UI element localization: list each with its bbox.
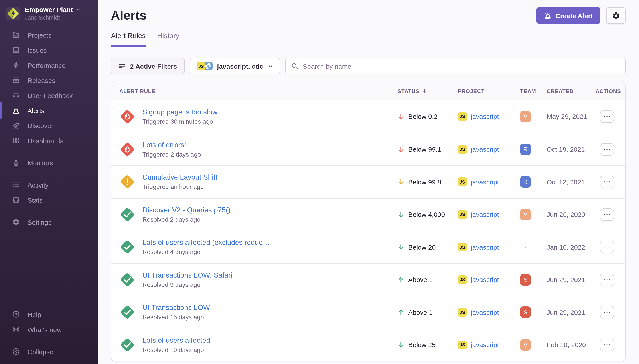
sidebar-item-label: Releases <box>28 76 55 84</box>
created-date: Jun 26, 2020 <box>547 211 595 218</box>
status-cell: Above 1 <box>398 276 458 284</box>
search-input[interactable] <box>285 58 626 74</box>
row-actions-button[interactable] <box>600 176 614 188</box>
project-link[interactable]: javascript <box>471 276 499 284</box>
status-cell: Below 99.1 <box>398 146 458 153</box>
alert-rule-link[interactable]: Lots of users affected <box>142 336 210 344</box>
alert-level-icon <box>119 272 135 288</box>
project-link[interactable]: javascript <box>471 113 499 120</box>
alert-level-icon <box>119 142 135 158</box>
sidebar-item-activity[interactable]: Activity <box>0 177 98 192</box>
tabs-divider <box>98 46 639 47</box>
column-header-alert-rule[interactable]: Alert Rule <box>111 88 398 94</box>
empower-plant-logo-icon <box>6 6 20 20</box>
arrow-down-icon <box>398 113 404 120</box>
alert-rule-link[interactable]: UI Transactions LOW <box>142 304 210 312</box>
project-link[interactable]: javascript <box>471 211 499 218</box>
javascript-platform-icon: JS <box>458 210 467 219</box>
team-avatar: S <box>520 306 531 318</box>
project-link[interactable]: javascript <box>471 341 499 349</box>
sidebar-item-projects[interactable]: Projects <box>0 28 98 42</box>
table-header: Alert Rule Status Project Team Created A… <box>111 82 625 100</box>
org-switcher[interactable]: Empower Plant Jane Schmidt <box>0 0 98 21</box>
row-actions-button[interactable] <box>600 306 614 318</box>
status-threshold: Below 4,000 <box>408 211 445 218</box>
team-avatar: V <box>520 339 531 351</box>
alert-settings-button[interactable] <box>606 7 626 24</box>
project-cell: JS javascript <box>458 178 520 186</box>
project-link[interactable]: javascript <box>471 244 499 251</box>
row-actions-button[interactable] <box>600 208 614 221</box>
sidebar-item-dashboards[interactable]: Dashboards <box>0 133 98 148</box>
lightning-icon <box>12 61 20 69</box>
alert-level-icon <box>119 239 135 255</box>
column-header-created[interactable]: Created <box>547 88 595 94</box>
ellipsis-icon <box>604 344 610 346</box>
alert-rule-link[interactable]: UI Transactions LOW: Safari <box>142 271 232 279</box>
alert-rule-link[interactable]: Cumulative Layout Shift <box>142 174 217 182</box>
sidebar-item-label: Stats <box>28 196 43 204</box>
sidebar-item-label: Activity <box>28 181 49 189</box>
alert-rules-table: Alert Rule Status Project Team Created A… <box>111 82 626 361</box>
row-actions-button[interactable] <box>600 110 614 123</box>
sidebar-item-settings[interactable]: Settings <box>0 214 98 230</box>
status-cell: Below 25 <box>398 341 458 349</box>
row-actions-button[interactable] <box>600 143 614 156</box>
project-link[interactable]: javascript <box>471 178 499 186</box>
search-container <box>285 58 626 74</box>
sidebar-item-collapse[interactable]: Collapse <box>0 344 98 359</box>
project-link[interactable]: javascript <box>471 146 499 153</box>
table-row: Lots of users affected Resolved 19 days … <box>111 328 625 361</box>
sidebar-item-label: Monitors <box>28 159 53 166</box>
org-logo <box>6 6 20 20</box>
alert-level-icon <box>119 337 135 353</box>
project-selector[interactable]: JS javascript, cdc <box>190 58 280 74</box>
alert-rule-link[interactable]: Lots of users affected (excludes reque… <box>142 239 270 247</box>
alert-rule-note: Resolved 15 days ago <box>142 314 210 321</box>
status-cell: Below 99.8 <box>398 178 458 186</box>
org-name: Empower Plant <box>25 6 81 13</box>
page-header: Alerts Create Alert <box>111 7 626 24</box>
sidebar-item-monitors[interactable]: Monitors <box>0 155 98 170</box>
column-header-project[interactable]: Project <box>458 88 520 94</box>
project-link[interactable]: javascript <box>471 308 499 316</box>
table-row: Signup page is too slow Triggered 30 min… <box>111 100 625 133</box>
row-actions-button[interactable] <box>600 274 614 286</box>
created-date: Jan 10, 2022 <box>547 244 595 251</box>
project-selector-value: javascript, cdc <box>217 62 263 70</box>
alert-rule-link[interactable]: Discover V2 - Queries p75() <box>142 206 230 214</box>
project-cell: JS javascript <box>458 340 520 349</box>
column-header-status[interactable]: Status <box>398 88 458 94</box>
active-filters-label: 2 Active Filters <box>130 62 177 70</box>
app-root: Empower Plant Jane Schmidt Projects Issu… <box>0 0 639 364</box>
alert-rule-link[interactable]: Signup page is too slow <box>142 108 217 116</box>
sidebar-item-stats[interactable]: Stats <box>0 192 98 208</box>
sidebar-item-help[interactable]: Help <box>0 307 98 322</box>
sidebar-item-performance[interactable]: Performance <box>0 58 98 73</box>
status-threshold: Above 1 <box>408 308 433 316</box>
alert-rule-link[interactable]: Lots of errors! <box>142 141 201 149</box>
table-body: Signup page is too slow Triggered 30 min… <box>111 100 625 361</box>
sidebar-item-issues[interactable]: Issues <box>0 42 98 58</box>
active-filters-button[interactable]: 2 Active Filters <box>111 58 185 74</box>
tab-history[interactable]: History <box>157 32 179 46</box>
tab-alert-rules[interactable]: Alert Rules <box>111 32 146 46</box>
sidebar-item-label: Projects <box>28 31 52 39</box>
create-alert-button[interactable]: Create Alert <box>536 7 600 24</box>
sidebar-item-discover[interactable]: Discover <box>0 118 98 133</box>
table-row: Discover V2 - Queries p75() Resolved 2 d… <box>111 198 625 230</box>
column-header-team[interactable]: Team <box>520 88 547 94</box>
sidebar-item-user-feedback[interactable]: User Feedback <box>0 88 98 103</box>
sidebar-item-releases[interactable]: Releases <box>0 73 98 88</box>
sidebar-item-alerts[interactable]: Alerts <box>0 103 98 118</box>
sidebar-item-label: Collapse <box>28 348 54 355</box>
issues-stack-icon <box>12 46 20 54</box>
row-actions-button[interactable] <box>600 339 614 351</box>
row-actions-button[interactable] <box>600 241 614 254</box>
table-row: Lots of errors! Triggered 2 days ago Bel… <box>111 133 625 165</box>
flask-icon <box>12 159 20 167</box>
project-cell: JS javascript <box>458 145 520 154</box>
javascript-platform-icon: JS <box>458 340 467 349</box>
sidebar-item-whats-new[interactable]: What's new <box>0 322 98 337</box>
team-avatar: R <box>520 144 531 155</box>
